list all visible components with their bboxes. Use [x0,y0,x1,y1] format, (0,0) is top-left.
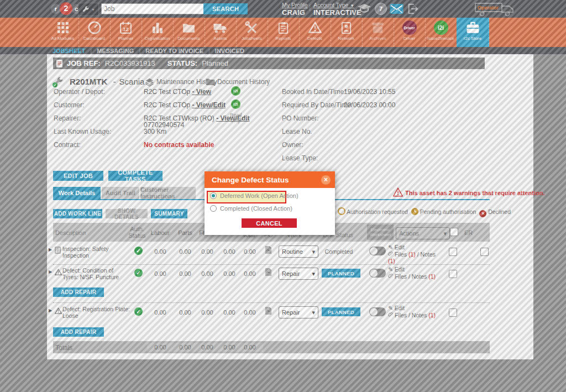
radio-deferred-work[interactable]: Deferred Work (Open Action) [210,192,298,199]
type-of-work-select[interactable]: Repair▾ [279,306,318,318]
module-archives[interactable]: Archives [362,18,394,47]
notification-badge[interactable]: 7 [375,3,387,15]
declined-x-icon: × [479,210,486,217]
total-value: 0.00 [238,248,262,255]
electronic-worksheet-toggle[interactable] [369,307,386,316]
radio-completed[interactable]: Completed (Closed Action) [210,205,292,212]
row-checkbox[interactable] [449,248,457,256]
module-all-modules[interactable]: All Modules [47,18,79,47]
show-details-button[interactable]: SHOW DETAILS [106,209,148,218]
files-notes-link[interactable]: Files / Notes (1) [388,311,443,318]
workline-description: Inspection: Safety Inspection [62,246,130,259]
tab-ready-to-invoice[interactable]: READY TO INVOICE [145,48,203,54]
tab-jobsheet[interactable]: JOBSHEET [53,48,85,54]
module-jobsheets[interactable]: Jobsheets [236,18,268,47]
po-document-icon[interactable] [264,306,272,317]
vehicle-make: Scania [119,77,145,86]
messages-icon[interactable] [390,4,403,16]
type-of-work-select[interactable]: Routine▾ [279,245,318,258]
logout-icon[interactable] [407,3,419,17]
po-document-icon[interactable] [264,268,272,279]
summary-button[interactable]: SUMMARY [151,209,187,218]
module-organisation[interactable]: Organisation [142,18,174,47]
electronic-worksheet-toggle[interactable] [369,247,386,255]
module-driver[interactable]: Driver Driver [394,18,426,47]
tab-work-details[interactable]: Work Details [53,187,101,199]
module-dashboard[interactable]: Dashboard [78,18,111,47]
files-notes-link[interactable]: Files (1) / Notes (1) [388,250,443,264]
pencil-icon: ✎ [388,305,393,311]
actions-dropdown[interactable]: Actions▾ [396,227,450,239]
add-work-line-button[interactable]: ADD WORK LINE [53,209,102,218]
cancel-button[interactable]: CANCEL [242,218,297,228]
search-type-dropdown[interactable]: ▼ [78,3,99,16]
module-r2c-store[interactable]: r2c Store [457,18,489,47]
parts-value: 0.00 [173,248,197,255]
complete-tasks-button[interactable]: COMPLETE TASKS [108,171,163,181]
my-profile-link[interactable]: My Profile [282,2,308,8]
row-checkbox[interactable] [449,309,457,317]
view-link[interactable]: - View [192,88,211,96]
edit-link[interactable]: Edit [395,266,405,273]
expand-row-icon[interactable]: ▶ [49,247,52,252]
account-type-link[interactable]: Account Type ▼ [313,2,361,8]
document-history-link[interactable]: Document History [217,78,270,86]
auth-approved-icon: ✓ [134,247,143,255]
i2i-badge[interactable]: i2i [231,100,240,109]
vehicle-reg: R201MTK [70,77,107,86]
view-edit-link[interactable]: - View/Edit [192,101,226,109]
tab-audit-trail[interactable]: Audit Trail [102,187,139,199]
planned-status-button[interactable]: PLANNED [322,307,360,316]
chevron-down-icon: ▾ [312,309,315,316]
totals-labour: 0.00 [148,344,172,351]
planned-status-button[interactable]: PLANNED [322,269,360,278]
module-reports[interactable]: Reports [268,18,300,47]
i2i-badge[interactable]: i2i [231,86,240,96]
row-checkbox[interactable] [449,270,457,278]
radio-unselected-icon[interactable] [210,205,217,212]
module-planner[interactable]: 12 Planner [110,18,142,47]
workline-description: Defect: Condition of Tyres: N/SF. Punctu… [62,268,130,280]
legend-declined: Declined [488,208,511,215]
tab-messaging[interactable]: MESSAGING [97,48,134,54]
i2i-badge-icon: i2i [434,20,448,35]
search-button[interactable]: SEARCH [203,3,248,14]
labour-value: 0.00 [148,270,172,277]
r2c-logo[interactable]: r 2 c [51,2,81,15]
line-status-text: Completed [322,248,356,255]
radio-selected-icon[interactable] [210,192,217,199]
edit-job-button[interactable]: EDIT JOB [53,171,103,181]
module-assets[interactable]: Assets [205,18,237,47]
module-network[interactable]: Network [331,18,363,47]
add-repair-button[interactable]: ADD REPAIR [53,288,104,297]
edit-link[interactable]: Edit [395,305,405,311]
close-icon[interactable]: × [321,175,331,185]
expand-row-icon[interactable]: ▶ [49,269,52,274]
operator-truck-icon[interactable]: Operator [471,1,517,17]
field-value: 300 Km [144,128,166,135]
field-label: Required By Date/Time: [282,101,353,109]
po-document-icon[interactable] [264,245,272,257]
row-actions: ✎ Edit Files / Notes (1) [388,266,443,280]
search-input[interactable] [101,3,207,14]
type-of-work-select[interactable]: Repair▾ [279,268,318,280]
edit-link[interactable]: Edit [395,244,405,250]
module-defects[interactable]: Defects [299,18,331,47]
add-repair-button[interactable]: ADD REPAIR [53,327,104,337]
training-icon[interactable] [357,3,371,17]
electronic-worksheet-toggle[interactable] [369,269,386,278]
auth-approved-icon: ✓ [134,269,143,277]
expand-row-icon[interactable]: ▶ [49,308,52,313]
module-issue2invoice[interactable]: i2i Issue2Invoice [425,18,457,47]
truck-icon [205,19,236,36]
col-labour: Labour [148,229,172,236]
tab-invoiced[interactable]: INVOICED [215,48,244,54]
topbar: r 2 c ▼ SEARCH My Profile CRAIG | Accoun… [0,0,566,18]
files-notes-link[interactable]: Files / Notes (1) [388,273,443,280]
module-documents[interactable]: Documents [173,18,205,47]
tab-customer-instructions[interactable]: Customer Instructions [140,187,196,199]
folder-icon [206,77,215,88]
select-all-checkbox[interactable] [450,228,458,236]
er-checkbox[interactable] [480,248,489,256]
chevron-down-icon: ▾ [312,270,315,278]
